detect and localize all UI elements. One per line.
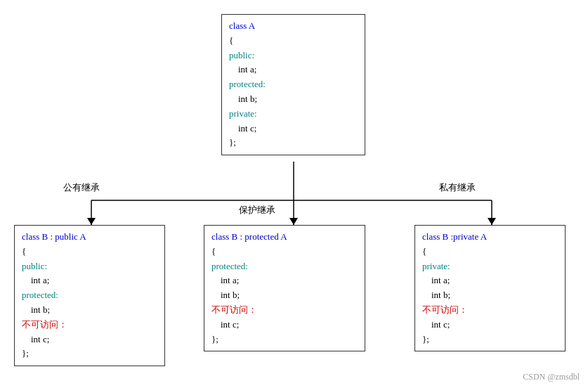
watermark: CSDN @zmsdbl [523, 372, 580, 382]
diagram-container: class A { public: int a; protected: int … [0, 0, 588, 388]
label-protected-inheritance: 保护继承 [239, 204, 275, 216]
svg-marker-7 [488, 218, 496, 225]
label-public-inheritance: 公有继承 [63, 181, 100, 194]
class-a-line1: class A [229, 20, 255, 31]
class-b-private-box: class B :private A { private: int a; int… [414, 225, 566, 351]
class-b-public-box: class B : public A { public: int a; prot… [14, 225, 165, 366]
class-a-box: class A { public: int a; protected: int … [221, 14, 365, 155]
label-private-inheritance: 私有继承 [439, 181, 476, 194]
svg-marker-6 [289, 218, 298, 225]
svg-marker-5 [87, 218, 96, 225]
class-b-protected-box: class B : protected A { protected: int a… [204, 225, 365, 351]
